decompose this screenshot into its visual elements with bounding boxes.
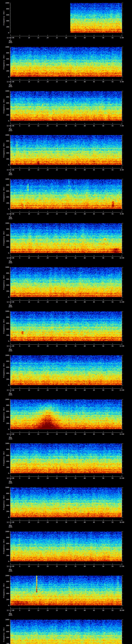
- x-end-time-label: 9:00: [116, 213, 128, 215]
- x-tick-label: 55: [109, 81, 116, 82]
- y-tick-label: 400: [1, 152, 9, 154]
- y-tick-label: 800: [1, 493, 9, 494]
- axis-tick: [122, 410, 122, 410]
- axis-tick: [122, 469, 122, 469]
- x-tick-label: 15: [34, 301, 42, 303]
- y-tick-label: 0: [1, 296, 9, 298]
- y-tick-label: 400: [1, 637, 9, 638]
- x-tick-label: 10: [25, 257, 33, 259]
- axis-tick: [10, 316, 10, 316]
- x-end-time-label: 12:00: [116, 345, 128, 347]
- axis-tick: [57, 299, 57, 300]
- axis-tick: [122, 532, 123, 532]
- axis-tick: [10, 319, 10, 319]
- y-tick-label: 0: [1, 120, 9, 122]
- axis-tick: [10, 148, 10, 149]
- x-tick-label: 40: [81, 389, 88, 391]
- axis-tick: [38, 35, 38, 36]
- axis-tick: [122, 475, 122, 476]
- axis-tick: [122, 298, 122, 300]
- x-tick-label: 45: [90, 81, 98, 82]
- x-tick-label: 15: [34, 257, 42, 259]
- axis-tick: [122, 92, 122, 93]
- y-tick-label: 1000: [1, 266, 9, 268]
- axis-tick: [10, 154, 10, 155]
- axis-tick: [38, 255, 38, 256]
- axis-tick: [29, 343, 29, 344]
- axis-tick: [122, 644, 123, 644]
- y-tick-label: 200: [1, 202, 9, 204]
- x-tick-label: 45: [90, 478, 98, 479]
- axis-tick: [122, 431, 122, 432]
- y-tick-label: 200: [1, 643, 9, 644]
- date-line: 2015: [5, 526, 16, 528]
- axis-tick: [9, 638, 10, 638]
- axis-tick: [10, 360, 10, 360]
- axis-tick: [122, 588, 123, 588]
- axis-tick: [122, 536, 122, 536]
- axis-tick: [9, 594, 10, 594]
- x-tick-label: 25: [53, 169, 61, 171]
- x-tick-label: 5: [16, 301, 24, 303]
- x-tick-label: 20: [44, 610, 52, 611]
- x-start-time-label: 12:08:00: [5, 213, 16, 215]
- axis-tick: [10, 539, 10, 539]
- y-tick-label: 0: [1, 472, 9, 474]
- x-tick-label: 20: [44, 213, 52, 215]
- x-tick-label: 45: [90, 522, 98, 523]
- axis-tick: [9, 544, 10, 544]
- axis-tick: [122, 152, 122, 152]
- x-tick-label: 45: [90, 125, 98, 126]
- x-tick-label: 55: [109, 213, 116, 215]
- x-tick-label: 55: [109, 125, 116, 126]
- axis-tick: [122, 197, 123, 197]
- axis-tick: [10, 64, 10, 64]
- axis-tick: [122, 313, 122, 313]
- y-tick-label: 600: [1, 587, 9, 588]
- axis-tick: [10, 534, 10, 535]
- x-tick-label: 45: [90, 610, 98, 611]
- spectrogram-panel: Frequency (Hz)0200400600800100012:07:005…: [0, 135, 132, 179]
- axis-tick: [122, 387, 122, 388]
- x-tick-label: 20: [44, 37, 52, 38]
- axis-tick: [10, 272, 10, 272]
- x-tick-label: 20: [44, 125, 52, 126]
- axis-tick: [103, 387, 104, 388]
- axis-tick: [122, 419, 122, 419]
- x-tick-label: 30: [62, 257, 70, 259]
- y-tick-label: 800: [1, 272, 9, 274]
- x-tick-label: 30: [62, 169, 70, 171]
- y-tick-label: 1000: [1, 399, 9, 400]
- x-tick-label: 15: [34, 478, 42, 479]
- axis-tick: [57, 608, 57, 609]
- x-tick-label: 50: [100, 213, 107, 215]
- axis-tick: [10, 314, 10, 314]
- axis-tick: [38, 211, 38, 212]
- y-tick-label: 200: [1, 334, 9, 336]
- axis-tick: [122, 445, 122, 445]
- axis-tick: [10, 464, 10, 464]
- x-tick-label: 55: [109, 566, 116, 567]
- axis-tick: [29, 431, 29, 432]
- y-tick-label: 1000: [1, 487, 9, 488]
- axis-tick: [9, 197, 10, 197]
- axis-tick: [122, 246, 122, 246]
- x-tick-label: 30: [62, 213, 70, 215]
- axis-tick: [10, 466, 10, 466]
- x-end-time-label: 7:00: [116, 125, 128, 126]
- date-line: 2015: [5, 130, 16, 132]
- x-tick-label: 55: [109, 169, 116, 171]
- axis-tick: [122, 153, 123, 153]
- axis-tick: [122, 540, 122, 541]
- axis-tick: [10, 422, 10, 422]
- x-tick-label: 35: [72, 169, 79, 171]
- axis-tick: [122, 533, 122, 533]
- x-tick-label: 10: [25, 213, 33, 215]
- spectrogram-panel: Frequency (Hz)0200400600800100012:17:005…: [0, 576, 132, 620]
- x-tick-label: 30: [62, 37, 70, 38]
- y-tick-label: 200: [1, 246, 9, 248]
- axis-tick: [103, 343, 104, 344]
- axis-tick: [122, 198, 122, 199]
- y-tick-label: 0: [1, 208, 9, 210]
- y-tick-label: 200: [1, 422, 9, 424]
